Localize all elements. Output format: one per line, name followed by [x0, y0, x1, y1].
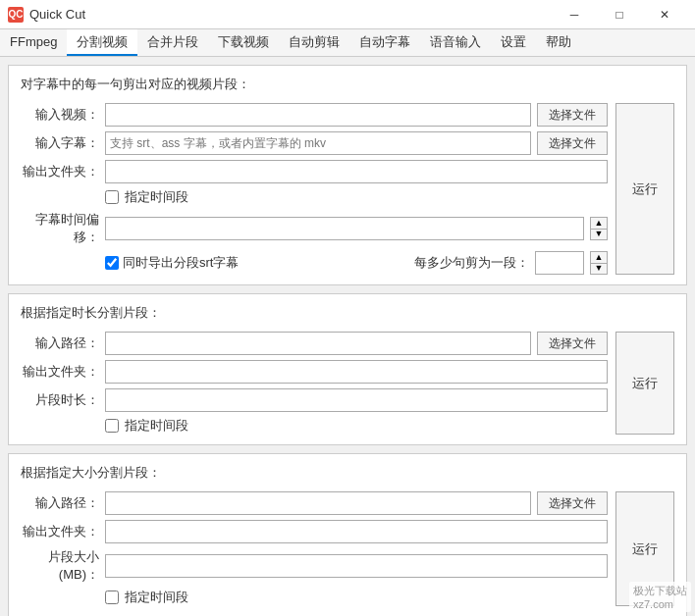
subtitle-specify-time-row: 指定时间段	[21, 188, 608, 206]
export-srt-checkbox-part: 同时导出分段srt字幕	[21, 254, 239, 272]
sentences-per-spinner-btns: ▲ ▼	[590, 251, 608, 275]
by-size-clip-field[interactable]	[105, 554, 608, 578]
subtitle-offset-input[interactable]: 0.00	[105, 217, 584, 240]
subtitle-offset-down-button[interactable]: ▼	[591, 229, 607, 240]
sentences-per-down-button[interactable]: ▼	[591, 263, 607, 275]
by-size-specify-time-label: 指定时间段	[125, 589, 188, 606]
by-size-specify-time-checkbox[interactable]	[105, 590, 119, 604]
input-video-row: 输入视频： 选择文件	[21, 103, 608, 127]
subtitle-output-dir-field[interactable]	[105, 160, 608, 183]
subtitle-specify-time-label: 指定时间段	[125, 188, 188, 206]
by-size-clip-label: 片段大小(MB)：	[21, 548, 99, 584]
input-video-field[interactable]	[105, 103, 531, 127]
menu-item-merge-clips[interactable]: 合并片段	[137, 29, 208, 56]
by-duration-inner: 输入路径： 选择文件 输出文件夹： 片段时长： 指定时间段 运行	[21, 332, 674, 435]
subtitle-output-dir-row: 输出文件夹：	[21, 160, 608, 183]
by-size-fields: 输入路径： 选择文件 输出文件夹： 片段大小(MB)： 指定时间段	[21, 491, 608, 606]
subtitle-offset-spinner-btns: ▲ ▼	[590, 217, 608, 240]
input-subtitle-field[interactable]	[105, 131, 531, 155]
input-subtitle-label: 输入字幕：	[21, 134, 99, 152]
menu-item-voice-input[interactable]: 语音输入	[420, 29, 491, 56]
by-duration-clip-row: 片段时长：	[21, 388, 608, 412]
by-duration-specify-time-label: 指定时间段	[125, 417, 188, 435]
by-size-clip-row: 片段大小(MB)：	[21, 548, 608, 584]
by-duration-input-label: 输入路径：	[21, 334, 99, 352]
subtitle-run-button[interactable]: 运行	[615, 103, 674, 275]
titlebar: QC Quick Cut ─ □ ✕	[0, 0, 695, 29]
by-size-select-button[interactable]: 选择文件	[537, 491, 608, 515]
subtitle-section-fields: 输入视频： 选择文件 输入字幕： 选择文件 输出文件夹：	[21, 103, 608, 275]
subtitle-offset-row: 字幕时间偏移： 0.00 ▲ ▼	[21, 211, 608, 246]
menu-item-auto-subtitle[interactable]: 自动字幕	[349, 29, 420, 56]
subtitle-section: 对字幕中的每一句剪出对应的视频片段： 输入视频： 选择文件 输入字幕： 选择文件	[8, 65, 687, 285]
by-size-output-row: 输出文件夹：	[21, 520, 608, 543]
by-size-run-button[interactable]: 运行	[615, 491, 674, 606]
window-controls: ─ □ ✕	[552, 0, 687, 29]
by-duration-select-button[interactable]: 选择文件	[537, 332, 608, 355]
menu-item-split-video[interactable]: 分割视频	[67, 29, 137, 56]
menu-item-auto-edit[interactable]: 自动剪辑	[279, 29, 349, 56]
minimize-button[interactable]: ─	[552, 0, 597, 29]
by-duration-specify-time-checkbox[interactable]	[105, 419, 119, 433]
sentences-per-input[interactable]: 1	[535, 251, 584, 275]
subtitle-offset-spinner-row: 0.00 ▲ ▼	[105, 217, 608, 240]
by-duration-section: 根据指定时长分割片段： 输入路径： 选择文件 输出文件夹： 片段时长：	[8, 293, 687, 445]
export-srt-row: 同时导出分段srt字幕 每多少句剪为一段： 1 ▲ ▼	[21, 251, 608, 275]
menu-item-help[interactable]: 帮助	[536, 29, 581, 56]
by-duration-specify-time-row: 指定时间段	[21, 417, 608, 435]
subtitle-section-title: 对字幕中的每一句剪出对应的视频片段：	[21, 76, 674, 93]
by-size-input-row: 输入路径： 选择文件	[21, 491, 608, 515]
main-content: 对字幕中的每一句剪出对应的视频片段： 输入视频： 选择文件 输入字幕： 选择文件	[0, 57, 695, 616]
by-size-output-label: 输出文件夹：	[21, 523, 99, 540]
sentences-per-row: 每多少句剪为一段： 1 ▲ ▼	[414, 251, 608, 275]
by-duration-output-label: 输出文件夹：	[21, 363, 99, 381]
by-size-title: 根据指定大小分割片段：	[21, 464, 674, 482]
by-size-output-field[interactable]	[105, 520, 608, 543]
subtitle-specify-time-checkbox[interactable]	[105, 190, 119, 204]
menubar: FFmpeg 分割视频 合并片段 下载视频 自动剪辑 自动字幕 语音输入 设置 …	[0, 29, 695, 57]
sentences-per-label: 每多少句剪为一段：	[414, 254, 529, 272]
menu-item-download-video[interactable]: 下载视频	[208, 29, 279, 56]
sentences-per-up-button[interactable]: ▲	[591, 252, 607, 263]
by-size-section: 根据指定大小分割片段： 输入路径： 选择文件 输出文件夹： 片段大小(MB)：	[8, 453, 687, 616]
menu-item-settings[interactable]: 设置	[491, 29, 536, 56]
menu-item-ffmpeg[interactable]: FFmpeg	[0, 29, 67, 56]
subtitle-offset-up-button[interactable]: ▲	[591, 218, 607, 229]
by-size-input-label: 输入路径：	[21, 494, 99, 512]
by-size-inner: 输入路径： 选择文件 输出文件夹： 片段大小(MB)： 指定时间段 运行	[21, 491, 674, 606]
by-size-input-field[interactable]	[105, 491, 531, 515]
by-duration-input-row: 输入路径： 选择文件	[21, 332, 608, 355]
by-duration-title: 根据指定时长分割片段：	[21, 304, 674, 322]
by-duration-output-field[interactable]	[105, 360, 608, 384]
input-video-select-button[interactable]: 选择文件	[537, 103, 608, 127]
export-srt-label: 同时导出分段srt字幕	[123, 254, 239, 272]
subtitle-output-dir-label: 输出文件夹：	[21, 163, 99, 180]
subtitle-section-inner: 输入视频： 选择文件 输入字幕： 选择文件 输出文件夹：	[21, 103, 674, 275]
sentences-per-spinner: 1 ▲ ▼	[535, 251, 608, 275]
input-subtitle-row: 输入字幕： 选择文件	[21, 131, 608, 155]
by-duration-output-row: 输出文件夹：	[21, 360, 608, 384]
maximize-button[interactable]: □	[597, 0, 642, 29]
by-size-specify-time-row: 指定时间段	[21, 589, 608, 606]
by-duration-input-field[interactable]	[105, 332, 531, 355]
app-title: Quick Cut	[29, 7, 552, 22]
by-duration-run-button[interactable]: 运行	[615, 332, 674, 435]
export-srt-checkbox[interactable]	[105, 256, 119, 270]
by-duration-fields: 输入路径： 选择文件 输出文件夹： 片段时长： 指定时间段	[21, 332, 608, 435]
subtitle-offset-label: 字幕时间偏移：	[21, 211, 99, 246]
app-icon: QC	[8, 7, 24, 23]
input-video-label: 输入视频：	[21, 106, 99, 124]
close-button[interactable]: ✕	[642, 0, 687, 29]
input-subtitle-select-button[interactable]: 选择文件	[537, 131, 608, 155]
by-duration-clip-label: 片段时长：	[21, 391, 99, 409]
by-duration-clip-field[interactable]	[105, 388, 608, 412]
